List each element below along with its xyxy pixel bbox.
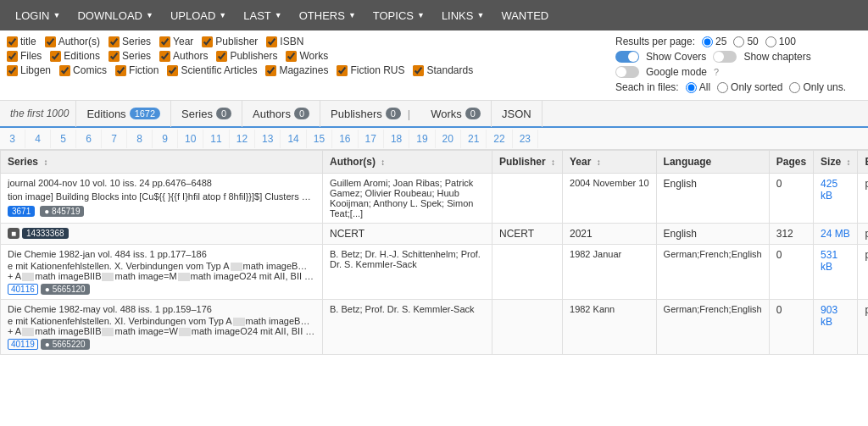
nav-wanted[interactable]: WANTED xyxy=(492,0,557,30)
search-all[interactable]: All xyxy=(686,81,710,93)
tab-editions-label: Editions xyxy=(86,108,125,120)
filter-fiction[interactable]: Fiction xyxy=(115,64,159,76)
nav-links[interactable]: LINKS ▼ xyxy=(433,0,493,30)
col-publisher[interactable]: Publisher ↕ xyxy=(492,151,563,174)
col-publisher-sort: ↕ xyxy=(551,158,555,167)
page-5[interactable]: 5 xyxy=(51,130,76,148)
nav-others[interactable]: OTHERS ▼ xyxy=(291,0,364,30)
page-9[interactable]: 9 xyxy=(153,130,178,148)
page-15[interactable]: 15 xyxy=(307,130,332,148)
filter-series2[interactable]: Series xyxy=(108,50,151,62)
col-year[interactable]: Year ↕ xyxy=(563,151,657,174)
page-14[interactable]: 14 xyxy=(281,130,306,148)
cell-authors-3: B. Betz; Dr. H.-J. Schittenhelm; Prof. D… xyxy=(323,245,492,300)
nav-topics-chevron: ▼ xyxy=(417,11,425,19)
tab-authors[interactable]: Authors 0 xyxy=(242,100,320,127)
nav-upload[interactable]: UPLOAD ▼ xyxy=(162,0,235,30)
col-authors[interactable]: Author(s) ↕ xyxy=(323,151,492,174)
filter-series1[interactable]: Series xyxy=(108,36,151,47)
page-13[interactable]: 13 xyxy=(255,130,281,148)
search-in-files-label: Seach in files: xyxy=(615,81,679,93)
filter-isbn[interactable]: ISBN xyxy=(266,36,303,47)
cell-year-2: 2021 xyxy=(563,224,657,245)
page-4[interactable]: 4 xyxy=(25,130,51,148)
filter-libgen[interactable]: Libgen xyxy=(7,64,51,76)
filter-editions-cb[interactable]: Editions xyxy=(50,50,100,62)
show-chapters-toggle[interactable] xyxy=(713,51,737,63)
show-covers-toggle[interactable] xyxy=(615,51,639,63)
tab-publishers[interactable]: Publishers 0 | xyxy=(320,100,420,127)
search-only-sorted[interactable]: Only sorted xyxy=(717,81,782,93)
filter-year[interactable]: Year xyxy=(159,36,193,47)
page-17[interactable]: 17 xyxy=(359,130,384,148)
filter-works-cb[interactable]: Works xyxy=(286,50,328,62)
page-6[interactable]: 6 xyxy=(76,130,102,148)
cell-year-3: 1982 Januar xyxy=(563,245,657,300)
page-16[interactable]: 16 xyxy=(332,130,358,148)
page-12[interactable]: 12 xyxy=(230,130,255,148)
filter-authors2[interactable]: Authors xyxy=(159,50,208,62)
tab-works[interactable]: Works 0 xyxy=(420,100,492,127)
cell-authors-1: Guillem Aromi; Joan Ribas; Patrick Gamez… xyxy=(323,174,492,224)
page-3[interactable]: 3 xyxy=(0,130,25,148)
google-mode-help-icon[interactable]: ? xyxy=(714,67,719,77)
nav-last[interactable]: LAST ▼ xyxy=(235,0,290,30)
tab-works-badge: 0 xyxy=(465,108,481,119)
filter-title[interactable]: title xyxy=(7,36,36,47)
filter-standards[interactable]: Standards xyxy=(413,64,473,76)
filter-row-3: Libgen Comics Fiction Scientific Article… xyxy=(7,64,607,76)
tab-editions[interactable]: Editions 1672 xyxy=(76,100,171,127)
first-1000-label: the first 1000 xyxy=(3,100,76,127)
table-row: journal 2004-nov 10 vol. 10 iss. 24 pp.6… xyxy=(1,174,869,224)
filter-comics[interactable]: Comics xyxy=(59,64,107,76)
col-ext[interactable]: Ext. ↕ xyxy=(858,151,868,174)
google-mode-toggle[interactable] xyxy=(615,66,639,78)
search-only-uns[interactable]: Only uns. xyxy=(789,81,846,93)
per-page-50[interactable]: 50 xyxy=(733,36,758,47)
page-8[interactable]: 8 xyxy=(127,130,153,148)
page-7[interactable]: 7 xyxy=(102,130,127,148)
cell-publisher-4 xyxy=(492,300,563,355)
nav-login[interactable]: LOGIN ▼ xyxy=(7,0,69,30)
filter-magazines[interactable]: Magazines xyxy=(265,64,328,76)
col-size[interactable]: Size ↕ xyxy=(814,151,858,174)
col-series[interactable]: Series ↕ xyxy=(1,151,323,174)
page-19[interactable]: 19 xyxy=(409,130,435,148)
page-23[interactable]: 23 xyxy=(513,130,538,148)
filter-files[interactable]: Files xyxy=(7,50,42,62)
cell-ext-1: pdf xyxy=(858,174,868,224)
page-22[interactable]: 22 xyxy=(487,130,512,148)
cell-authors-4: B. Betz; Prof. Dr. S. Kemmler-Sack xyxy=(323,300,492,355)
col-language[interactable]: Language xyxy=(656,151,769,174)
nav-links-chevron: ▼ xyxy=(476,11,484,19)
col-pages[interactable]: Pages xyxy=(769,151,813,174)
cell-series-3: Die Chemie 1982-jan vol. 484 iss. 1 pp.1… xyxy=(1,245,323,300)
page-numbers-row: 3 4 5 6 7 8 9 10 11 12 13 14 15 16 17 18… xyxy=(0,128,868,150)
page-21[interactable]: 21 xyxy=(461,130,487,148)
filter-fiction-rus[interactable]: Fiction RUS xyxy=(337,64,404,76)
nav-download[interactable]: DOWNLOAD ▼ xyxy=(69,0,161,30)
id-badge-40116: 40116 xyxy=(8,284,38,295)
tab-json[interactable]: JSON xyxy=(492,100,542,127)
cell-year-4: 1982 Kann xyxy=(563,300,657,355)
tab-works-label: Works xyxy=(431,108,462,120)
per-page-25[interactable]: 25 xyxy=(702,36,726,47)
data-table: Series ↕ Author(s) ↕ Publisher ↕ Year ↕ … xyxy=(0,150,868,355)
filter-sci-articles[interactable]: Scientific Articles xyxy=(167,64,257,76)
filter-publisher-cb[interactable]: Publisher xyxy=(202,36,258,47)
show-covers-label: Show Covers xyxy=(646,51,706,63)
nav-topics[interactable]: TOPICS ▼ xyxy=(364,0,433,30)
nav-download-chevron: ▼ xyxy=(146,11,153,19)
page-11[interactable]: 11 xyxy=(203,130,229,148)
tab-json-label: JSON xyxy=(502,108,531,120)
tab-series[interactable]: Series 0 xyxy=(171,100,242,127)
per-page-100[interactable]: 100 xyxy=(765,36,796,47)
nav-login-chevron: ▼ xyxy=(53,11,60,19)
page-20[interactable]: 20 xyxy=(436,130,461,148)
filter-authors[interactable]: Author(s) xyxy=(45,36,100,47)
cell-series-2: ■ 14333368 xyxy=(1,224,323,245)
page-10[interactable]: 10 xyxy=(178,130,203,148)
filter-publishers-cb[interactable]: Publishers xyxy=(216,50,277,62)
page-18[interactable]: 18 xyxy=(384,130,409,148)
id-badge-14333368b: 14333368 xyxy=(22,228,69,239)
